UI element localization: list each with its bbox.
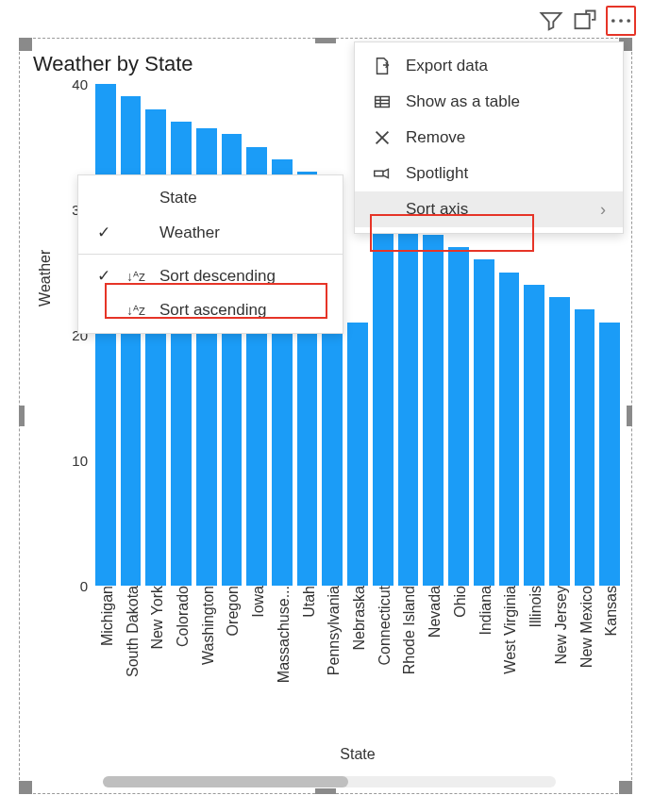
more-options-button[interactable] bbox=[606, 6, 636, 36]
export-icon bbox=[372, 56, 393, 76]
x-tick-label: New York bbox=[145, 586, 166, 650]
bar-rect bbox=[524, 285, 544, 586]
bar-rect bbox=[599, 323, 620, 586]
svg-rect-4 bbox=[376, 97, 390, 108]
x-tick-label: New Jersey bbox=[549, 586, 570, 665]
bar-rect bbox=[549, 297, 570, 586]
bar-rect bbox=[322, 323, 343, 586]
blank-icon bbox=[372, 199, 393, 220]
x-tick-label: Colorado bbox=[171, 586, 192, 647]
bar-rect bbox=[575, 309, 595, 586]
bar[interactable]: New Mexico bbox=[575, 309, 595, 586]
bar[interactable]: Indiana bbox=[474, 259, 494, 586]
submenu-item-label: Weather bbox=[159, 224, 220, 242]
svg-rect-0 bbox=[576, 14, 590, 28]
bar[interactable]: Nebraska bbox=[347, 323, 368, 586]
x-tick-label: Iowa bbox=[246, 586, 267, 618]
resize-handle-br[interactable] bbox=[619, 781, 632, 794]
x-tick-label: Pennsylvania bbox=[322, 586, 343, 675]
bar-rect bbox=[474, 259, 494, 586]
sort-axis-submenu: State ✓ Weather ✓ ↓ᴬz Sort descending ↓ᴬ… bbox=[77, 174, 343, 334]
x-tick-label: Kansas bbox=[599, 586, 620, 636]
horizontal-scrollbar[interactable] bbox=[103, 776, 556, 787]
y-tick-label: 40 bbox=[72, 76, 95, 92]
menu-show-as-table[interactable]: Show as a table bbox=[355, 84, 623, 120]
bar-rect bbox=[121, 96, 142, 586]
filter-icon[interactable] bbox=[538, 8, 564, 34]
x-tick-label: West Virginia bbox=[498, 586, 519, 674]
chevron-right-icon: › bbox=[600, 200, 606, 220]
bar[interactable]: Rhode Island bbox=[398, 222, 419, 586]
resize-handle-top[interactable] bbox=[315, 38, 336, 43]
bar-rect bbox=[95, 84, 116, 586]
bar-rect bbox=[398, 222, 419, 586]
x-tick-label: South Dakota bbox=[121, 586, 142, 677]
bar[interactable]: Connecticut bbox=[373, 209, 393, 586]
sort-by-weather[interactable]: ✓ Weather bbox=[78, 215, 343, 250]
x-tick-label: Connecticut bbox=[373, 586, 393, 666]
check-icon: ✓ bbox=[95, 223, 112, 242]
submenu-item-label: Sort ascending bbox=[159, 301, 266, 320]
menu-export-data[interactable]: Export data bbox=[355, 48, 623, 84]
bar[interactable]: West Virginia bbox=[499, 273, 520, 587]
svg-point-2 bbox=[619, 19, 623, 23]
x-tick-label: New Mexico bbox=[575, 586, 595, 668]
x-tick-label: Michigan bbox=[95, 586, 116, 646]
menu-item-label: Remove bbox=[406, 128, 465, 147]
chart-title: Weather by State bbox=[33, 52, 193, 76]
bar-rect bbox=[423, 235, 444, 586]
menu-sort-axis[interactable]: Sort axis › bbox=[355, 191, 623, 227]
check-icon: ✓ bbox=[95, 266, 112, 286]
menu-item-label: Spotlight bbox=[406, 164, 468, 183]
bar[interactable]: Illinois bbox=[524, 285, 544, 586]
x-tick-label: Illinois bbox=[524, 586, 544, 627]
y-tick-label: 0 bbox=[80, 578, 95, 594]
bar[interactable]: New Jersey bbox=[549, 297, 570, 586]
bar-rect bbox=[373, 209, 393, 586]
bar[interactable]: Nevada bbox=[423, 235, 444, 586]
spotlight-icon bbox=[372, 163, 393, 184]
sort-descending[interactable]: ✓ ↓ᴬz Sort descending bbox=[78, 258, 343, 293]
x-tick-label: Nevada bbox=[423, 586, 444, 638]
context-menu: Export data Show as a table Remove Spotl… bbox=[354, 41, 624, 234]
x-tick-label: Nebraska bbox=[347, 586, 368, 650]
scrollbar-thumb[interactable] bbox=[103, 776, 348, 787]
x-tick-label: Massachuse... bbox=[272, 586, 293, 683]
x-tick-label: Washington bbox=[196, 586, 217, 665]
sort-asc-icon: ↓ᴬz bbox=[126, 303, 146, 318]
resize-handle-bl[interactable] bbox=[19, 781, 32, 794]
x-tick-label: Indiana bbox=[474, 586, 494, 636]
y-tick-label: 10 bbox=[72, 453, 95, 469]
bar[interactable]: South Dakota bbox=[121, 96, 142, 586]
submenu-item-label: Sort descending bbox=[159, 267, 276, 286]
svg-point-1 bbox=[611, 19, 615, 23]
menu-item-label: Show as a table bbox=[406, 92, 520, 111]
menu-spotlight[interactable]: Spotlight bbox=[355, 156, 623, 191]
submenu-item-label: State bbox=[159, 189, 197, 207]
bar[interactable]: Ohio bbox=[448, 247, 469, 586]
bar-rect bbox=[347, 323, 368, 586]
resize-handle-tl[interactable] bbox=[19, 38, 32, 51]
resize-handle-left[interactable] bbox=[19, 406, 25, 426]
bar-rect bbox=[448, 247, 469, 586]
menu-remove[interactable]: Remove bbox=[355, 120, 623, 156]
x-axis-label: State bbox=[340, 746, 375, 763]
table-icon bbox=[372, 91, 393, 112]
bar[interactable]: Kansas bbox=[599, 323, 620, 586]
focus-mode-icon[interactable] bbox=[572, 8, 598, 34]
svg-rect-5 bbox=[375, 171, 383, 176]
sort-ascending[interactable]: ↓ᴬz Sort ascending bbox=[78, 293, 343, 327]
close-icon bbox=[372, 127, 393, 148]
resize-handle-bottom[interactable] bbox=[315, 788, 336, 794]
svg-point-3 bbox=[627, 19, 630, 23]
y-axis-label: Weather bbox=[37, 250, 54, 307]
bar-rect bbox=[499, 273, 520, 587]
menu-separator bbox=[78, 254, 343, 255]
menu-item-label: Export data bbox=[406, 57, 488, 75]
x-tick-label: Utah bbox=[297, 586, 318, 618]
bar[interactable]: Pennsylvania bbox=[322, 323, 343, 586]
x-tick-label: Rhode Island bbox=[397, 586, 418, 674]
resize-handle-right[interactable] bbox=[627, 406, 632, 426]
sort-by-state[interactable]: State bbox=[78, 181, 343, 215]
bar[interactable]: Michigan bbox=[95, 84, 116, 586]
